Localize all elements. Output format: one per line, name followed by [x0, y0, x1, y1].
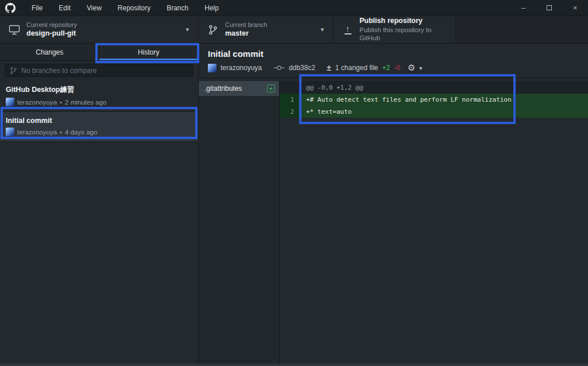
changed-files-count: 1 changed file [335, 64, 378, 72]
file-row-gitattributes[interactable]: .gitattributes + [199, 81, 279, 96]
commit-sha: ddb38c2 [289, 64, 315, 72]
current-branch-value: master [225, 29, 267, 38]
commit-list-item[interactable]: GitHub Desktop練習 terazonoyuya • 2 minute… [0, 80, 198, 112]
avatar [6, 98, 14, 106]
commit-author: terazonoyuya [17, 129, 57, 136]
branch-compare-area: No branches to compare [0, 61, 198, 80]
menu-bar: File Edit View Repository Branch Help – … [0, 0, 588, 16]
branch-icon [207, 25, 219, 35]
close-icon: × [573, 3, 578, 12]
commit-detail-header: Initial commit terazonoyuya ddb38c2 ± 1 … [199, 44, 588, 78]
compare-branch-icon [10, 67, 17, 75]
github-logo-icon [5, 3, 16, 13]
toolbar: Current repository design-pull-git ▾ Cur… [0, 16, 588, 44]
bullet-separator: • [60, 129, 62, 136]
window-controls: – × [510, 0, 588, 16]
commit-time: 2 minutes ago [65, 99, 106, 106]
minimize-icon: – [521, 3, 525, 12]
hunk-header-text: @@ -0,0 +1,2 @@ [299, 84, 363, 91]
minimize-button[interactable]: – [510, 0, 536, 16]
tab-changes[interactable]: Changes [0, 44, 99, 60]
publish-repository-title: Publish repository [359, 17, 450, 26]
commit-history-list: GitHub Desktop練習 terazonoyuya • 2 minute… [0, 80, 198, 366]
commit-title: GitHub Desktop練習 [6, 85, 192, 95]
line-number: 1 [280, 94, 299, 106]
current-repository-label: Current repository [26, 21, 77, 29]
menu-view[interactable]: View [79, 0, 110, 16]
publish-repository-subtitle: Publish this repository to GitHub [359, 26, 450, 43]
deletions-count: -0 [394, 64, 400, 72]
commit-time: 4 days ago [65, 129, 97, 136]
line-number: 2 [280, 106, 299, 118]
commit-detail-title: Initial commit [208, 49, 579, 59]
chevron-down-icon[interactable]: ▾ [419, 65, 422, 71]
current-branch-label: Current branch [225, 21, 267, 29]
publish-repository-button[interactable]: ↑ Publish repository Publish this reposi… [334, 16, 456, 43]
maximize-button[interactable] [536, 0, 562, 16]
commit-detail-panel: Initial commit terazonoyuya ddb38c2 ± 1 … [199, 44, 588, 366]
menu-edit[interactable]: Edit [51, 0, 79, 16]
menu-repository[interactable]: Repository [110, 0, 158, 16]
file-added-icon: + [267, 84, 275, 93]
commit-author: terazonoyuya [220, 64, 262, 72]
diff-line-text: +* text=auto [299, 106, 588, 118]
diff-viewer: @@ -0,0 +1,2 @@ 1 +# Auto detect text fi… [280, 78, 588, 366]
menu-help[interactable]: Help [196, 0, 227, 16]
compare-branches-input[interactable]: No branches to compare [5, 64, 194, 77]
maximize-icon [547, 5, 552, 10]
menu-branch[interactable]: Branch [158, 0, 196, 16]
diff-line-added: 2 +* text=auto [280, 106, 588, 118]
current-repository-value: design-pull-git [26, 29, 77, 38]
commit-author: terazonoyuya [17, 99, 57, 106]
diff-icon: ± [327, 63, 331, 72]
chevron-down-icon: ▾ [185, 26, 192, 33]
gear-icon[interactable]: ⚙ [408, 63, 415, 73]
avatar [208, 64, 216, 72]
upload-icon: ↑ [342, 25, 354, 34]
commit-list-item-selected[interactable]: Initial commit terazonoyuya • 4 days ago [0, 112, 198, 142]
diff-line-added: 1 +# Auto detect text files and perform … [280, 94, 588, 106]
avatar [6, 128, 14, 136]
commit-icon [273, 64, 285, 71]
current-branch-button[interactable]: Current branch master ▾ [199, 16, 334, 43]
sidebar-tabs: Changes History [0, 44, 198, 61]
tab-history[interactable]: History [99, 44, 199, 60]
github-desktop-window: File Edit View Repository Branch Help – … [0, 0, 588, 366]
additions-count: +2 [382, 64, 390, 72]
commit-title: Initial commit [6, 117, 192, 125]
sidebar: Changes History No branches to compare G… [0, 44, 199, 366]
changed-files-list: .gitattributes + [199, 78, 280, 366]
bullet-separator: • [60, 99, 62, 106]
file-name: .gitattributes [204, 84, 267, 93]
compare-branches-placeholder: No branches to compare [21, 67, 96, 75]
diff-hunk-header: @@ -0,0 +1,2 @@ [280, 81, 588, 94]
current-repository-button[interactable]: Current repository design-pull-git ▾ [0, 16, 199, 43]
close-button[interactable]: × [562, 0, 588, 16]
menu-file[interactable]: File [24, 0, 51, 16]
chevron-down-icon: ▾ [320, 26, 327, 33]
toolbar-empty-area [456, 16, 588, 43]
monitor-icon [8, 25, 21, 35]
diff-line-text: +# Auto detect text files and perform LF… [299, 94, 588, 106]
